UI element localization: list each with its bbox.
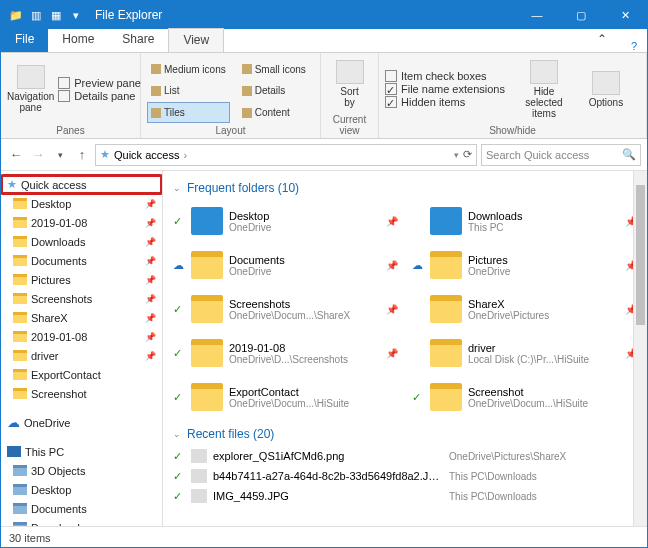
search-icon: 🔍 bbox=[622, 148, 636, 161]
tree-item[interactable]: Pictures📌 bbox=[1, 270, 162, 289]
forward-button[interactable]: → bbox=[29, 147, 47, 162]
folder-item[interactable]: DownloadsThis PC📌 bbox=[412, 201, 637, 241]
titlebar: 📁 ▥ ▦ ▾ File Explorer — ▢ ✕ bbox=[1, 1, 647, 29]
tree-item[interactable]: Downloads bbox=[1, 518, 162, 526]
navigation-pane-button[interactable]: Navigation pane bbox=[7, 55, 54, 123]
search-input[interactable]: Search Quick access 🔍 bbox=[481, 144, 641, 166]
folder-icon: 📁 bbox=[9, 8, 23, 22]
group-label: Layout bbox=[147, 123, 314, 136]
window-title: File Explorer bbox=[91, 8, 515, 22]
tab-home[interactable]: Home bbox=[48, 28, 108, 52]
chevron-down-icon: ⌄ bbox=[173, 183, 181, 193]
tree-item[interactable]: Downloads📌 bbox=[1, 232, 162, 251]
layout-content[interactable]: Content bbox=[238, 102, 310, 123]
details-pane-button[interactable]: Details pane bbox=[58, 90, 141, 102]
folder-item[interactable]: driverLocal Disk (C:)\Pr...\HiSuite📌 bbox=[412, 333, 637, 373]
ribbon: Navigation pane Preview pane Details pan… bbox=[1, 53, 647, 139]
sort-icon bbox=[336, 60, 364, 84]
hide-selected-button[interactable]: Hide selected items bbox=[515, 55, 573, 123]
scroll-thumb[interactable] bbox=[636, 185, 645, 325]
quick-access-toolbar: 📁 ▥ ▦ ▾ bbox=[1, 8, 91, 22]
minimize-button[interactable]: — bbox=[515, 1, 559, 29]
chevron-right-icon[interactable]: › bbox=[183, 149, 187, 161]
folder-item[interactable]: ✓ScreenshotOneDrive\Docum...\HiSuite bbox=[412, 377, 637, 417]
tree-item[interactable]: Documents📌 bbox=[1, 251, 162, 270]
tab-view[interactable]: View bbox=[168, 28, 224, 52]
file-list: ⌄ Frequent folders (10) ✓DesktopOneDrive… bbox=[163, 171, 647, 526]
search-placeholder: Search Quick access bbox=[486, 149, 589, 161]
file-item[interactable]: ✓b44b7411-a27a-464d-8c2b-33d5649fd8a2.JP… bbox=[173, 467, 637, 485]
address-bar-row: ← → ▾ ↑ ★ Quick access › ▾ ⟳ Search Quic… bbox=[1, 139, 647, 171]
check-hidden-items[interactable]: ✓Hidden items bbox=[385, 96, 505, 108]
layout-options: Medium iconsSmall iconsListDetailsTilesC… bbox=[147, 59, 310, 123]
tree-item[interactable]: 2019-01-08📌 bbox=[1, 213, 162, 232]
maximize-button[interactable]: ▢ bbox=[559, 1, 603, 29]
layout-list[interactable]: List bbox=[147, 81, 230, 102]
tree-item[interactable]: Desktop📌 bbox=[1, 194, 162, 213]
tree-item[interactable]: 2019-01-08📌 bbox=[1, 327, 162, 346]
options-icon bbox=[592, 71, 620, 95]
preview-pane-button[interactable]: Preview pane bbox=[58, 77, 141, 89]
qat-dropdown-icon[interactable]: ▾ bbox=[69, 8, 83, 22]
hide-icon bbox=[530, 60, 558, 84]
tab-share[interactable]: Share bbox=[108, 28, 168, 52]
dropdown-icon[interactable]: ▾ bbox=[454, 150, 459, 160]
layout-tiles[interactable]: Tiles bbox=[147, 102, 230, 123]
group-label: Current view bbox=[327, 112, 372, 136]
ribbon-tabs: File Home Share View ⌃ ? bbox=[1, 29, 647, 53]
folder-item[interactable]: ☁DocumentsOneDrive📌 bbox=[173, 245, 398, 285]
tree-item[interactable]: Desktop bbox=[1, 480, 162, 499]
folder-item[interactable]: ✓ExportContactOneDrive\Docum...\HiSuite bbox=[173, 377, 398, 417]
back-button[interactable]: ← bbox=[7, 147, 25, 162]
section-frequent[interactable]: ⌄ Frequent folders (10) bbox=[173, 181, 637, 195]
tree-item[interactable]: ShareX📌 bbox=[1, 308, 162, 327]
new-folder-icon[interactable]: ▦ bbox=[49, 8, 63, 22]
breadcrumb[interactable]: Quick access bbox=[114, 149, 179, 161]
up-button[interactable]: ↑ bbox=[73, 147, 91, 162]
close-button[interactable]: ✕ bbox=[603, 1, 647, 29]
folder-item[interactable]: ✓2019-01-08OneDrive\D...\Screenshots📌 bbox=[173, 333, 398, 373]
folder-item[interactable]: ShareXOneDrive\Pictures📌 bbox=[412, 289, 637, 329]
folder-item[interactable]: ☁PicturesOneDrive📌 bbox=[412, 245, 637, 285]
tree-item[interactable]: ExportContact bbox=[1, 365, 162, 384]
item-count: 30 items bbox=[9, 532, 51, 544]
recent-dropdown[interactable]: ▾ bbox=[51, 150, 69, 160]
folder-item[interactable]: ✓ScreenshotsOneDrive\Docum...\ShareX📌 bbox=[173, 289, 398, 329]
file-item[interactable]: ✓IMG_4459.JPGThis PC\Downloads bbox=[173, 487, 637, 505]
check-file-name-extensions[interactable]: ✓File name extensions bbox=[385, 83, 505, 95]
check-item-check-boxes[interactable]: Item check boxes bbox=[385, 70, 505, 82]
tree-this-pc[interactable]: This PC bbox=[1, 442, 162, 461]
navigation-pane-icon bbox=[17, 65, 45, 89]
folder-item[interactable]: ✓DesktopOneDrive📌 bbox=[173, 201, 398, 241]
layout-medium-icons[interactable]: Medium icons bbox=[147, 59, 230, 80]
chevron-down-icon: ⌄ bbox=[173, 429, 181, 439]
help-icon[interactable]: ? bbox=[621, 40, 647, 52]
file-tab[interactable]: File bbox=[1, 28, 48, 52]
tree-item[interactable]: Documents bbox=[1, 499, 162, 518]
address-bar[interactable]: ★ Quick access › ▾ ⟳ bbox=[95, 144, 477, 166]
options-button[interactable]: Options bbox=[577, 55, 635, 123]
layout-details[interactable]: Details bbox=[238, 81, 310, 102]
sort-by-button[interactable]: Sort by bbox=[327, 55, 372, 112]
section-recent[interactable]: ⌄ Recent files (20) bbox=[173, 427, 637, 441]
properties-icon[interactable]: ▥ bbox=[29, 8, 43, 22]
layout-small-icons[interactable]: Small icons bbox=[238, 59, 310, 80]
tree-quick-access[interactable]: ★Quick access bbox=[1, 175, 162, 194]
collapse-ribbon-icon[interactable]: ⌃ bbox=[583, 28, 621, 52]
tree-item[interactable]: driver📌 bbox=[1, 346, 162, 365]
tree-item[interactable]: Screenshot bbox=[1, 384, 162, 403]
group-label: Panes bbox=[7, 123, 134, 136]
refresh-icon[interactable]: ⟳ bbox=[463, 148, 472, 161]
scrollbar[interactable] bbox=[633, 171, 647, 526]
tree-item[interactable]: 3D Objects bbox=[1, 461, 162, 480]
tree-item[interactable]: Screenshots📌 bbox=[1, 289, 162, 308]
navigation-tree: ★Quick accessDesktop📌2019-01-08📌Download… bbox=[1, 171, 163, 526]
file-item[interactable]: ✓explorer_QS1iAfCMd6.pngOneDrive\Picture… bbox=[173, 447, 637, 465]
tree-onedrive[interactable]: ☁OneDrive bbox=[1, 413, 162, 432]
status-bar: 30 items bbox=[1, 526, 647, 548]
group-label: Show/hide bbox=[385, 123, 640, 136]
quick-access-star-icon: ★ bbox=[100, 148, 110, 161]
